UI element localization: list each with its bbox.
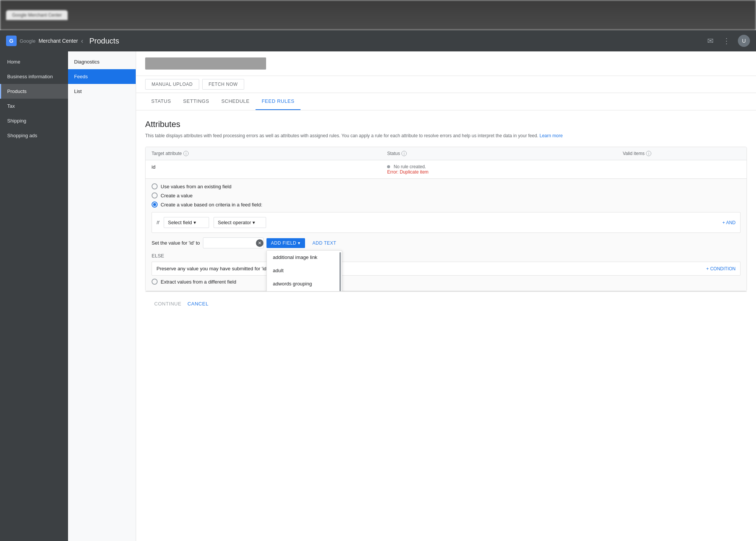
header-actions: ✉ ⋮ U <box>706 35 750 47</box>
sub-sidebar-item-list[interactable]: List <box>68 84 136 99</box>
rule-editor: Use values from an existing field Create… <box>146 178 747 291</box>
dropdown-item-additional-image-link[interactable]: additional image link <box>267 251 342 264</box>
chevron-down-icon: ▾ <box>194 220 196 225</box>
main-content: Attributes This table displays attribute… <box>136 110 756 541</box>
tab-schedule[interactable]: SCHEDULE <box>215 93 256 110</box>
main-layout: Home Business information Products Tax S… <box>0 51 756 541</box>
mail-icon-button[interactable]: ✉ <box>706 35 715 47</box>
valid-items-info-icon[interactable]: i <box>646 151 651 156</box>
field-dropdown-menu: additional image link adult adwords grou… <box>266 250 342 292</box>
more-options-icon-button[interactable]: ⋮ <box>721 35 732 47</box>
status-info-icon[interactable]: i <box>401 151 407 156</box>
attributes-desc: This table displays attributes with feed… <box>145 132 747 139</box>
logo-icon: G <box>6 36 17 46</box>
radio-circle-3 <box>152 202 158 208</box>
learn-more-link[interactable]: Learn more <box>539 133 562 138</box>
preserve-row: Preserve any value you may have submitte… <box>152 262 741 276</box>
logo-product-text: Merchant Center <box>39 38 78 44</box>
dropdown-scrollbar <box>339 252 341 292</box>
else-section: ELSE Preserve any value you may have sub… <box>152 253 741 285</box>
feed-header <box>136 51 756 76</box>
page-title: Products <box>89 37 119 45</box>
dropdown-item-adult[interactable]: adult <box>267 264 342 277</box>
condition-button[interactable]: + CONDITION <box>706 266 736 271</box>
sidebar-item-products[interactable]: Products <box>0 84 68 99</box>
sidebar-item-home[interactable]: Home <box>0 54 68 69</box>
continue-button[interactable]: CONTINUE <box>154 298 181 310</box>
avatar[interactable]: U <box>738 35 750 47</box>
select-operator-dropdown[interactable]: Select operator ▾ <box>214 217 266 228</box>
add-field-button[interactable]: ADD FIELD ▾ <box>266 238 305 248</box>
sidebar-item-business[interactable]: Business information <box>0 69 68 84</box>
tab-status[interactable]: STATUS <box>145 93 177 110</box>
extract-row: Extract values from a different field <box>152 279 741 285</box>
and-button[interactable]: + AND <box>722 220 736 225</box>
chevron-down-icon-2: ▾ <box>253 220 255 225</box>
col-valid-items: Valid items i <box>623 151 741 156</box>
radio-create-value[interactable]: Create a value <box>152 192 741 198</box>
radio-circle-2 <box>152 192 158 198</box>
table-row: id No rule created. Error: Duplicate ite… <box>146 160 747 291</box>
preserve-text: Preserve any value you may have submitte… <box>156 266 267 271</box>
content-area: MANUAL UPLOAD FETCH NOW STATUS SETTINGS … <box>136 51 756 541</box>
app-logo: G Google Merchant Center <box>6 36 78 46</box>
sub-sidebar-item-diagnostics[interactable]: Diagnostics <box>68 54 136 69</box>
nav-chevron-icon[interactable]: ‹ <box>81 37 83 45</box>
attributes-title: Attributes <box>145 119 747 129</box>
col-target-attribute: Target attribute i <box>152 151 387 156</box>
if-label: If <box>156 220 159 225</box>
attr-id: id <box>152 164 387 170</box>
condition-row: If Select field ▾ Select operator ▾ + AN… <box>152 212 741 233</box>
app-header: G Google Merchant Center ‹ Products ✉ ⋮ … <box>0 30 756 51</box>
attributes-table: Target attribute i Status i Valid items … <box>145 147 747 291</box>
set-value-label: Set the value for 'id' to <box>152 240 200 246</box>
set-value-section: Set the value for 'id' to ✕ ADD FIELD ▾ <box>152 237 741 248</box>
logo-google-text: Google <box>20 38 36 44</box>
tab-settings[interactable]: SETTINGS <box>177 93 215 110</box>
tab-feed-rules[interactable]: FEED RULES <box>256 93 301 110</box>
bottom-actions: CONTINUE CANCEL <box>145 291 747 316</box>
add-field-wrapper: ADD FIELD ▾ additional image link adult … <box>266 238 305 248</box>
sidebar-item-tax[interactable]: Tax <box>0 99 68 113</box>
table-row-main: id No rule created. Error: Duplicate ite… <box>146 160 747 178</box>
clear-input-button[interactable]: ✕ <box>256 239 263 247</box>
else-label: ELSE <box>152 253 741 259</box>
status-cell: No rule created. Error: Duplicate item <box>387 164 623 175</box>
add-text-button[interactable]: ADD TEXT <box>308 238 341 248</box>
sidebar-item-shopping-ads[interactable]: Shopping ads <box>0 128 68 143</box>
radio-create-criteria[interactable]: Create a value based on criteria in a fe… <box>152 202 741 208</box>
sidebar-item-shipping[interactable]: Shipping <box>0 113 68 128</box>
table-header: Target attribute i Status i Valid items … <box>146 147 747 160</box>
manual-upload-button[interactable]: MANUAL UPLOAD <box>145 79 199 90</box>
action-buttons-row: MANUAL UPLOAD FETCH NOW <box>136 76 756 93</box>
sidebar: Home Business information Products Tax S… <box>0 51 68 541</box>
set-value-input[interactable] <box>203 237 263 248</box>
browser-tab: Google Merchant Center <box>6 10 68 20</box>
tabs-bar: STATUS SETTINGS SCHEDULE FEED RULES <box>136 93 756 110</box>
chevron-down-icon-3: ▾ <box>298 240 301 246</box>
cancel-button[interactable]: CANCEL <box>187 298 209 310</box>
radio-use-values[interactable]: Use values from an existing field <box>152 183 741 189</box>
browser-chrome: Google Merchant Center <box>0 0 756 30</box>
fetch-now-button[interactable]: FETCH NOW <box>202 79 244 90</box>
status-dot <box>387 165 390 168</box>
target-attribute-info-icon[interactable]: i <box>183 151 189 156</box>
feed-name-bar <box>145 57 266 70</box>
dropdown-item-adwords-grouping[interactable]: adwords grouping <box>267 277 342 290</box>
sub-sidebar: Diagnostics Feeds List <box>68 51 136 541</box>
set-value-row: Set the value for 'id' to ✕ ADD FIELD ▾ <box>152 237 741 248</box>
radio-circle-1 <box>152 183 158 189</box>
sub-sidebar-item-feeds[interactable]: Feeds <box>68 69 136 84</box>
radio-extract-circle <box>152 279 158 285</box>
col-status: Status i <box>387 151 623 156</box>
select-field-dropdown[interactable]: Select field ▾ <box>164 217 209 228</box>
